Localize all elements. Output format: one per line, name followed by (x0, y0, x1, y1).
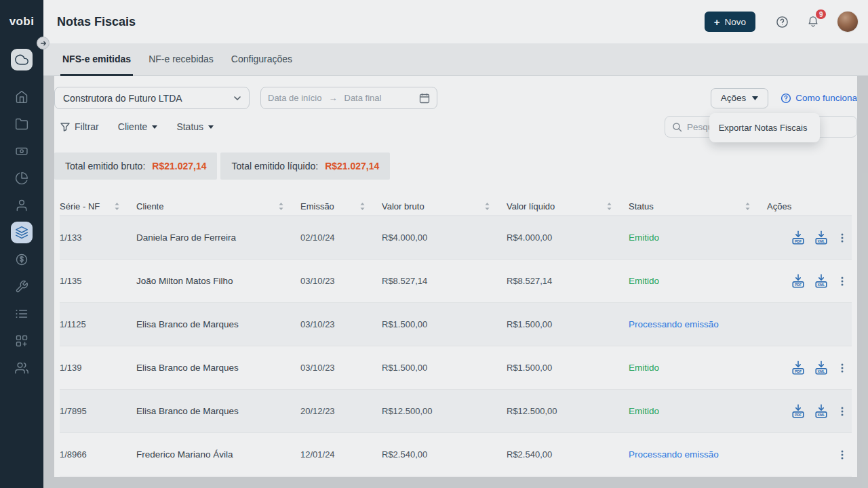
sidebar-item-services[interactable] (11, 49, 33, 70)
home-icon (15, 90, 28, 104)
row-menu-icon[interactable] (837, 363, 848, 373)
total-gross-label: Total emitido bruto: (65, 161, 145, 171)
sort-icon (484, 202, 490, 211)
chevron-down-icon (234, 96, 241, 100)
tab-bar: NFS-e emitidas NF-e recebidas Configuraç… (54, 43, 857, 76)
download-pdf-icon[interactable]: PDF (791, 360, 806, 375)
download-pdf-icon[interactable]: PDF (791, 230, 806, 245)
status-filter-label: Status (176, 121, 203, 132)
date-range-picker[interactable]: Data de início → Data final (260, 87, 437, 109)
sidebar-item-payments[interactable] (11, 140, 33, 162)
caret-down-icon (752, 96, 758, 100)
sidebar-item-crm[interactable] (11, 195, 33, 216)
sort-icon (278, 202, 284, 211)
cell-valor-bruto: R$8.527,14 (382, 276, 507, 286)
sidebar-item-tools[interactable] (11, 276, 33, 298)
table-row: 1/7895 Elisa Branco de Marques 20/12/23 … (60, 390, 852, 433)
status-badge: Processando emissão (629, 319, 719, 329)
company-select[interactable]: Construtora do Futuro LTDA (54, 87, 250, 109)
page-title: Notas Fiscais (57, 15, 136, 29)
cell-emissao: 12/01/24 (300, 449, 382, 460)
cell-serie: 1/7895 (60, 406, 136, 416)
arrow-right-icon (40, 40, 47, 47)
sort-icon (359, 202, 366, 211)
cell-cliente: Elisa Branco de Marques (136, 406, 300, 416)
cell-emissao: 02/10/24 (300, 232, 382, 243)
invoices-table: Série - NF Cliente Emissão Valor bruto V… (54, 197, 857, 476)
sidebar-item-home[interactable] (11, 86, 33, 108)
main-content: NFS-e emitidas NF-e recebidas Configuraç… (54, 43, 857, 477)
client-filter[interactable]: Cliente (118, 121, 158, 132)
notifications-button[interactable]: 9 (806, 15, 820, 28)
tab-nfse-emitidas[interactable]: NFS-e emitidas (60, 43, 133, 76)
sidebar-item-notas-fiscais[interactable] (11, 222, 33, 243)
status-filter[interactable]: Status (176, 121, 214, 132)
totals-bar: Total emitido bruto: R$21.027,14 Total e… (54, 152, 857, 180)
apps-icon (15, 334, 28, 348)
payments-icon (15, 144, 28, 158)
help-button[interactable] (776, 16, 789, 28)
actions-dropdown-menu: Exportar Notas Fiscais (709, 113, 820, 142)
cell-valor-bruto: R$1.500,00 (382, 363, 507, 373)
svg-text:PDF: PDF (795, 369, 802, 373)
how-it-works-link[interactable]: Como funciona (781, 93, 857, 104)
cell-valor-bruto: R$12.500,00 (382, 406, 507, 416)
row-menu-icon[interactable] (837, 449, 848, 460)
sidebar-expand-button[interactable] (37, 37, 50, 49)
table-row: 1/139 Elisa Branco de Marques 03/10/23 R… (60, 346, 852, 390)
cell-cliente: Elisa Branco de Marques (136, 363, 300, 373)
company-select-value: Construtora do Futuro LTDA (63, 93, 182, 104)
cell-valor-bruto: R$2.540,00 (382, 449, 507, 460)
vobi-logo: vobi (0, 0, 43, 43)
svg-text:XML: XML (818, 369, 825, 373)
cell-valor-liquido: R$12.500,00 (507, 406, 629, 416)
table-body: 1/133 Daniela Faro de Ferreira 02/10/24 … (60, 216, 852, 476)
cell-cliente: Frederico Mariano Ávila (136, 449, 300, 460)
sidebar-item-projects[interactable] (11, 113, 33, 135)
download-xml-icon[interactable]: XML (814, 230, 829, 245)
col-valor-liquido[interactable]: Valor líquido (507, 201, 629, 211)
tab-configuracoes[interactable]: Configurações (229, 43, 294, 76)
sidebar-item-finance[interactable] (11, 249, 33, 270)
row-menu-icon[interactable] (837, 406, 848, 417)
download-xml-icon[interactable]: XML (814, 403, 829, 419)
menu-item-exportar-notas-fiscais[interactable]: Exportar Notas Fiscais (709, 116, 820, 140)
cloud-icon (15, 53, 28, 66)
cell-valor-liquido: R$1.500,00 (507, 363, 629, 373)
arrow-right-icon: → (329, 93, 338, 103)
col-status[interactable]: Status (629, 201, 767, 211)
cell-valor-bruto: R$1.500,00 (382, 319, 507, 329)
cell-cliente: Elisa Branco de Marques (136, 319, 300, 329)
download-pdf-icon[interactable]: PDF (791, 403, 806, 419)
row-menu-icon[interactable] (837, 232, 848, 243)
new-button[interactable]: + Novo (705, 12, 755, 32)
download-pdf-icon[interactable]: PDF (791, 273, 806, 289)
col-valor-bruto[interactable]: Valor bruto (382, 201, 507, 211)
table-header: Série - NF Cliente Emissão Valor bruto V… (60, 197, 852, 216)
total-gross: Total emitido bruto: R$21.027,14 (54, 152, 217, 180)
sidebar-item-apps[interactable] (11, 330, 33, 352)
tab-nfe-recebidas[interactable]: NF-e recebidas (146, 43, 216, 76)
download-xml-icon[interactable]: XML (814, 360, 829, 375)
tool-icon (15, 280, 28, 293)
cell-valor-liquido: R$2.540,00 (507, 449, 629, 460)
cell-valor-liquido: R$1.500,00 (507, 319, 629, 329)
folder-icon (15, 117, 28, 131)
filter-button[interactable]: Filtrar (60, 121, 99, 132)
cell-valor-bruto: R$4.000,00 (382, 232, 507, 243)
download-xml-icon[interactable]: XML (814, 273, 829, 289)
sidebar-item-reports[interactable] (11, 167, 33, 189)
col-serie-nf[interactable]: Série - NF (60, 201, 136, 211)
col-acoes: Ações (767, 201, 852, 211)
sidebar-item-team[interactable] (11, 357, 33, 379)
svg-text:XML: XML (818, 239, 825, 243)
avatar[interactable] (837, 12, 858, 32)
status-badge: Processando emissão (629, 449, 719, 460)
sidebar-item-tasks[interactable] (11, 303, 33, 325)
sort-icon (114, 202, 120, 211)
row-menu-icon[interactable] (837, 276, 848, 287)
col-cliente[interactable]: Cliente (136, 201, 300, 211)
actions-button[interactable]: Ações (711, 88, 769, 108)
col-emissao[interactable]: Emissão (300, 201, 382, 211)
cell-serie: 1/133 (60, 232, 136, 243)
